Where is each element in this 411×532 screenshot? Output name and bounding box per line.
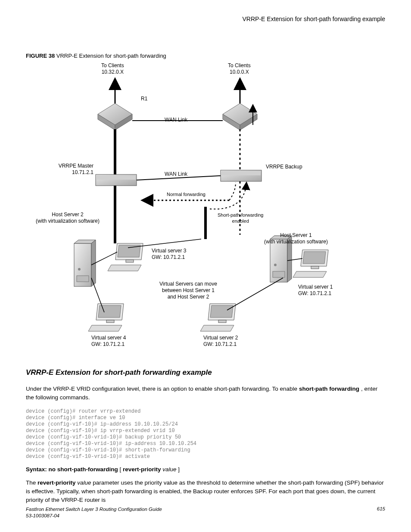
virtual-server-4: Virtual server 4 GW: 10.71.2.1 — [91, 335, 126, 348]
svg-marker-42 — [200, 325, 234, 331]
figure-caption: FIGURE 38 VRRP-E Extension for short-pat… — [26, 53, 385, 59]
virtual-server-3: Virtual server 3 GW: 10.71.2.1 — [152, 248, 186, 261]
page-footer: FastIron Ethernet Switch Layer 3 Routing… — [26, 506, 385, 519]
svg-rect-13 — [97, 175, 136, 180]
svg-point-29 — [274, 264, 277, 266]
intro-paragraph: Under the VRRP-E VRID configuration leve… — [26, 385, 385, 402]
figure-caption-label: FIGURE 38 — [26, 53, 56, 59]
vrrpe-master: VRRPE Master 10.71.2.1 — [46, 163, 93, 176]
syntax-line: Syntax: no short-path-forwarding [ rever… — [26, 466, 385, 473]
wan-link-mid: WAN Link — [165, 171, 187, 177]
svg-marker-44 — [303, 252, 326, 264]
section-heading: VRRP-E Extension for short-path forwardi… — [26, 368, 385, 377]
figure-diagram: To Clients 10.32.0.X To Clients 10.0.0.X… — [55, 62, 356, 355]
virtual-server-1-icon — [293, 250, 328, 277]
footer-title: FastIron Ethernet Switch Layer 3 Routing… — [26, 507, 162, 512]
svg-rect-15 — [221, 171, 261, 175]
page-number: 615 — [377, 506, 385, 519]
body-paragraph-2: The revert-priority value parameter uses… — [26, 479, 385, 505]
footer-docnum: 53-1003087-04 — [26, 513, 59, 518]
virtual-server-4-icon — [88, 304, 124, 331]
r1-label: R1 — [141, 96, 147, 102]
virtual-server-3-icon — [108, 243, 143, 271]
virtual-server-2-icon — [200, 304, 236, 331]
figure-caption-text: VRRP-E Extension for short-path forwardi… — [56, 53, 166, 59]
svg-line-50 — [227, 278, 283, 310]
svg-rect-25 — [77, 276, 89, 282]
vrrpe-backup: VRRPE Backup — [266, 164, 302, 170]
host-server-2: Host Server 2 (with virtualization softw… — [29, 212, 106, 224]
svg-rect-45 — [311, 266, 319, 269]
servers-can-move: Virtual Servers can move between Host Se… — [149, 281, 227, 300]
svg-marker-34 — [108, 265, 141, 271]
running-header: VRRP-E Extension for short-path forwardi… — [26, 16, 385, 22]
svg-marker-40 — [210, 305, 233, 317]
code-block: device (config)# router vrrp-extended de… — [26, 408, 385, 460]
svg-rect-33 — [126, 260, 134, 262]
svg-marker-36 — [98, 305, 121, 317]
svg-marker-46 — [293, 271, 327, 277]
svg-point-24 — [78, 268, 81, 271]
diagram-svg — [55, 62, 356, 355]
svg-rect-41 — [218, 320, 226, 323]
svg-marker-38 — [88, 325, 122, 331]
to-clients-right: To Clients 10.0.0.X — [228, 62, 251, 75]
normal-forwarding: Normal forwarding — [167, 192, 206, 198]
virtual-server-2: Virtual server 2 GW: 10.71.2.1 — [203, 335, 238, 348]
wan-link-top: WAN Link — [165, 117, 187, 123]
svg-rect-37 — [106, 320, 114, 323]
host-server-1: Host Server 1 (with virtualization softw… — [253, 232, 339, 245]
to-clients-left: To Clients 10.32.0.X — [101, 62, 124, 75]
spf-enabled: Short-path-forwarding enabled — [218, 212, 263, 224]
svg-rect-30 — [273, 271, 285, 277]
virtual-server-1: Virtual server 1 GW: 10.71.2.1 — [298, 284, 333, 297]
